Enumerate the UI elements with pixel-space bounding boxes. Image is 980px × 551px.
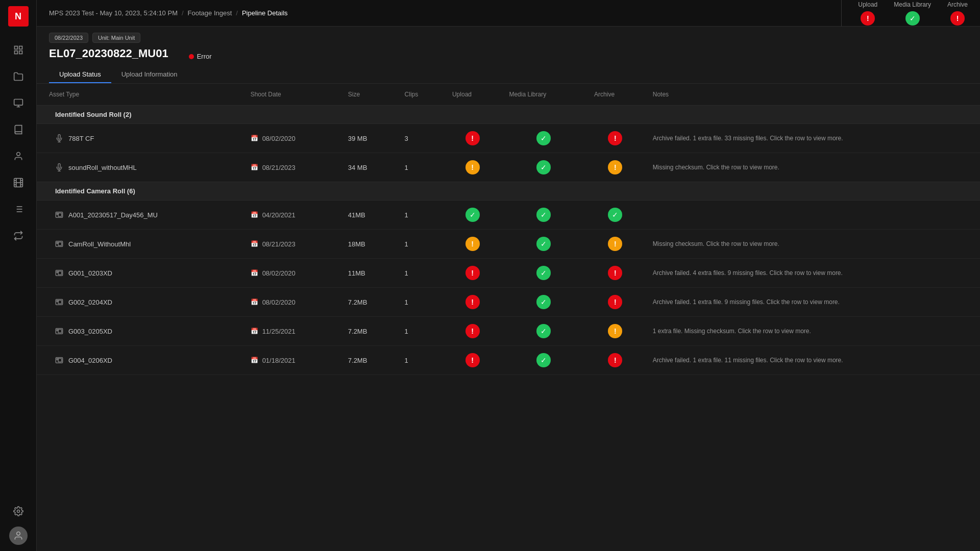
status-error-icon: ! [465,131,480,145]
sidebar-item-settings[interactable] [7,500,30,522]
svg-point-22 [17,510,19,513]
subheader-tags: 08/22/2023 Unit: Main Unit [49,33,168,43]
svg-point-7 [16,153,20,156]
sidebar-item-film[interactable] [7,171,30,194]
notes-cell: 1 extra file. Missing checksum. Click th… [645,317,980,346]
camera-icon [55,327,63,335]
asset-name: 788T CF [68,135,94,142]
status-warning-icon: ! [608,160,622,174]
status-success-icon: ✓ [536,266,551,280]
size-cell: 18MB [340,230,397,259]
table-row[interactable]: G003_0205XD 📅 11/25/2021 7.2MB 1 ! ✓ ! 1… [37,317,980,346]
settings-icon [13,506,23,516]
sidebar-bottom [7,500,30,545]
camera-icon [55,211,63,219]
svg-rect-36 [58,271,62,275]
media-library-status-cell: ✓ [501,153,586,182]
breadcrumb-item-1[interactable]: MPS 2023 Test - May 10, 2023, 5:24:10 PM [49,9,178,17]
shoot-date: 08/02/2020 [262,298,296,306]
calendar-icon: 📅 [251,135,258,142]
upload-status-cell: ! [444,288,501,317]
sidebar-item-dashboard[interactable] [7,39,30,61]
asset-table: Asset Type Shoot Date Size Clips Upload … [37,84,980,375]
archive-status-cell: ! [586,288,645,317]
table-row[interactable]: G001_0203XD 📅 08/02/2020 11MB 1 ! ✓ ! Ar… [37,259,980,288]
status-error-icon: ! [465,353,480,367]
media-library-status-cell: ✓ [501,124,586,153]
breadcrumb-item-3: Pipeline Details [242,9,288,17]
subheader: 08/22/2023 Unit: Main Unit EL07_20230822… [37,27,980,84]
clips-cell: 1 [397,230,444,259]
shoot-date: 04/20/2021 [262,211,296,219]
upload-status-cell: ! [444,124,501,153]
tab-upload-status[interactable]: Upload Status [49,66,111,83]
status-success-icon: ✓ [536,324,551,338]
asset-name: A001_20230517_Day456_MU [68,211,158,219]
calendar-icon: 📅 [251,164,258,171]
table-row[interactable]: G004_0206XD 📅 01/18/2021 7.2MB 1 ! ✓ ! A… [37,346,980,375]
user-avatar[interactable] [9,527,28,545]
microphone-icon [55,163,63,171]
transfer-icon [13,231,23,241]
media-library-status-cell: ✓ [501,230,586,259]
sidebar-item-list[interactable] [7,198,30,220]
upload-status-cell: ! [444,346,501,375]
asset-type-icon [55,134,63,142]
size-cell: 41MB [340,201,397,230]
asset-name-cell: soundRoll_withoutMHL [37,153,242,182]
table-row[interactable]: A001_20230517_Day456_MU 📅 04/20/2021 41M… [37,201,980,230]
sidebar-item-library[interactable] [7,118,30,141]
media-library-status-cell: ✓ [501,346,586,375]
table-header-row: Asset Type Shoot Date Size Clips Upload … [37,84,980,106]
status-success-icon: ✓ [465,208,480,222]
main-content: MPS 2023 Test - May 10, 2023, 5:24:10 PM… [37,0,980,551]
status-success-icon: ✓ [536,131,551,145]
media-library-status-cell: ✓ [501,259,586,288]
table-row[interactable]: G002_0204XD 📅 08/02/2020 7.2MB 1 ! ✓ ! A… [37,288,980,317]
notes-cell: Archive failed. 1 extra file. 11 missing… [645,346,980,375]
shoot-date: 08/21/2023 [262,164,296,171]
clips-cell: 1 [397,153,444,182]
shoot-date-cell: 📅 08/02/2020 [242,259,340,288]
asset-title: EL07_20230822_MU01 [49,47,168,60]
tab-upload-information[interactable]: Upload Information [111,66,188,83]
user-check-icon [13,151,23,161]
unit-tag: Unit: Main Unit [92,33,140,43]
table-row[interactable]: soundRoll_withoutMHL 📅 08/21/2023 34 MB … [37,153,980,182]
asset-name: G003_0205XD [68,328,112,335]
status-error-icon: ! [608,295,622,309]
archive-status-cell: ! [586,230,645,259]
asset-type-icon [55,240,63,248]
notes-cell: Missing checksum. Click the row to view … [645,230,980,259]
calendar-icon: 📅 [251,211,258,218]
breadcrumb-item-2[interactable]: Footage Ingest [188,9,232,17]
asset-type-icon [55,269,63,277]
breadcrumb: MPS 2023 Test - May 10, 2023, 5:24:10 PM… [49,9,288,17]
library-icon [13,124,23,135]
status-success-icon: ✓ [536,208,551,222]
camera-icon [55,356,63,364]
app-logo[interactable]: N [8,6,29,27]
group-row-1: Identified Camera Roll (6) [37,182,980,201]
table-row[interactable]: CamRoll_WithoutMhl 📅 08/21/2023 18MB 1 !… [37,230,980,259]
monitor-icon [13,98,23,108]
sidebar-item-monitor[interactable] [7,92,30,114]
camera-icon [55,298,63,306]
media-library-status-label: Media Library [894,1,931,8]
clips-cell: 1 [397,346,444,375]
sidebar-item-users[interactable] [7,145,30,167]
sidebar-item-transfer[interactable] [7,224,30,247]
asset-type-icon [55,163,63,171]
calendar-icon: 📅 [251,298,258,306]
calendar-icon: 📅 [251,269,258,277]
table-row[interactable]: 788T CF 📅 08/02/2020 39 MB 3 ! ✓ ! Archi… [37,124,980,153]
asset-name-cell: G004_0206XD [37,346,242,375]
calendar-icon: 📅 [251,357,258,364]
archive-status-section: Archive ! [947,1,968,26]
asset-name: G001_0203XD [68,269,112,277]
status-warning-icon: ! [608,324,622,338]
date-tag: 08/22/2023 [49,33,88,43]
status-success-icon: ✓ [536,353,551,367]
archive-status-cell: ! [586,346,645,375]
sidebar-item-folder[interactable] [7,65,30,88]
